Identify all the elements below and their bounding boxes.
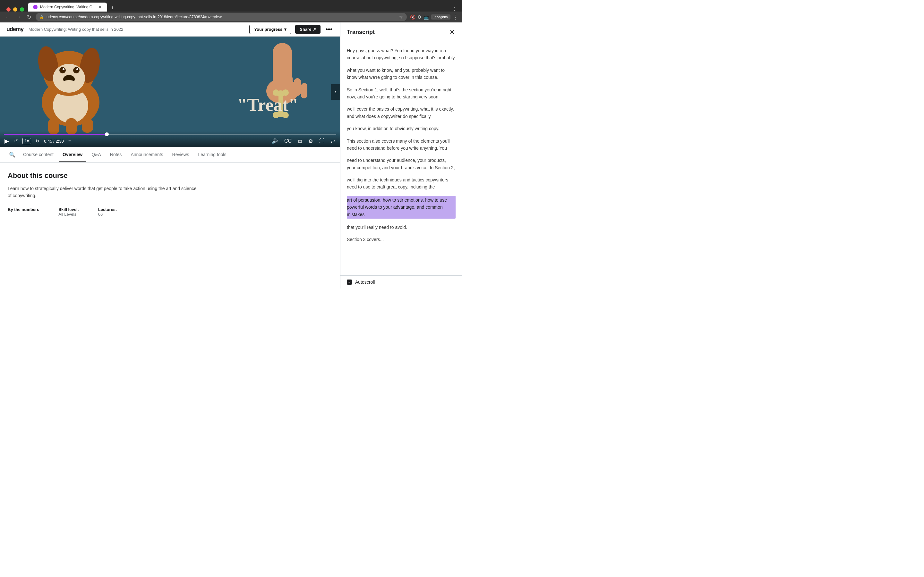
transcript-paragraph-6[interactable]: need to understand your audience, your p… — [347, 157, 456, 171]
transcript-close-button[interactable]: ✕ — [449, 27, 456, 37]
back-button[interactable]: ← — [4, 13, 11, 21]
forward-button[interactable]: ↻ — [35, 138, 40, 144]
transcript-paragraph-10[interactable]: Section 3 covers... — [347, 236, 456, 243]
about-title: About this course — [8, 171, 333, 180]
transcript-paragraph-1[interactable]: what you want to know, and you probably … — [347, 67, 456, 81]
expand-icon[interactable]: ⇄ — [330, 137, 336, 145]
svg-rect-14 — [82, 118, 93, 133]
svg-point-7 — [73, 67, 79, 73]
tab-bar: Modern Copywriting: Writing C... ✕ + ⋮ — [0, 0, 462, 11]
transcript-paragraph-7[interactable]: we'll dig into the techniques and tactic… — [347, 176, 456, 191]
cast-icon[interactable]: 📺 — [423, 15, 429, 19]
captions-icon[interactable]: CC — [283, 137, 293, 145]
maximize-window-btn[interactable] — [20, 7, 24, 11]
stat-skill-level: Skill level: All Levels — [58, 207, 79, 217]
share-button[interactable]: Share ↗ — [295, 25, 320, 34]
browser-more-button[interactable]: ⋮ — [452, 13, 458, 21]
extensions-icon[interactable]: ⚙ — [417, 15, 422, 19]
tab-close-icon[interactable]: ✕ — [98, 5, 102, 10]
progress-dot — [105, 132, 109, 136]
stats-row: By the numbers Skill level: All Levels L… — [8, 207, 333, 217]
main-layout: udemy Modern Copywriting: Writing copy t… — [0, 23, 462, 288]
tab-learning-tools[interactable]: Learning tools — [194, 148, 230, 161]
chapter-menu-icon[interactable]: ≡ — [68, 138, 71, 144]
address-bar: ← → ↻ 🔒 udemy.com/course/modern-copywrit… — [0, 11, 462, 23]
udemy-actions: Your progress ▾ Share ↗ ••• — [249, 24, 334, 34]
skill-level-value: All Levels — [58, 212, 79, 217]
transcript-paragraph-2[interactable]: So in Section 1, well, that's the sectio… — [347, 86, 456, 101]
time-display: 0:45 / 2:30 — [44, 139, 63, 143]
transcript-panel: Transcript ✕ Hey guys, guess what? You f… — [340, 23, 462, 288]
browser-actions: 🔇 ⚙ 📺 Incognito ⋮ — [410, 13, 458, 21]
forward-button[interactable]: → — [15, 13, 23, 21]
svg-rect-18 — [294, 78, 301, 96]
tab-overview[interactable]: Overview — [59, 148, 86, 161]
tab-qa[interactable]: Q&A — [87, 148, 105, 161]
tab-reviews[interactable]: Reviews — [168, 148, 193, 161]
controls-row: ▶ ↺ 1x ↻ 0:45 / 2:30 ≡ 🔊 CC ▤ ⚙ ⛶ — [4, 137, 336, 145]
stat-by-numbers: By the numbers — [8, 207, 39, 217]
transcript-paragraph-5[interactable]: This section also covers many of the ele… — [347, 137, 456, 152]
transcript-paragraph-3[interactable]: we'll cover the basics of copywriting, w… — [347, 105, 456, 120]
dog-illustration — [19, 37, 128, 134]
progress-fill — [4, 134, 107, 135]
play-button[interactable]: ▶ — [4, 137, 10, 145]
volume-icon[interactable]: 🔊 — [270, 137, 279, 145]
svg-point-6 — [59, 67, 66, 73]
more-options-icon[interactable]: ••• — [325, 24, 334, 34]
tab-announcements[interactable]: Announcements — [127, 148, 167, 161]
new-tab-button[interactable]: + — [108, 5, 117, 11]
your-progress-button[interactable]: Your progress ▾ — [249, 25, 291, 34]
autoscroll-label: Autoscroll — [355, 279, 375, 285]
stat-lectures: Lectures: 66 — [98, 207, 117, 217]
traffic-lights — [3, 7, 28, 11]
total-time: 2:30 — [56, 139, 64, 143]
by-numbers-label: By the numbers — [8, 207, 39, 212]
transcript-paragraph-4[interactable]: you know, in addition to obviously writi… — [347, 125, 456, 132]
video-player: "Treat" ▶ ↺ 1x ↻ 0:45 / 2:30 — [0, 37, 340, 147]
no-audio-icon[interactable]: 🔇 — [410, 15, 415, 19]
video-controls: ▶ ↺ 1x ↻ 0:45 / 2:30 ≡ 🔊 CC ▤ ⚙ ⛶ — [0, 131, 340, 147]
speed-button[interactable]: 1x — [23, 138, 31, 144]
transcript-title: Transcript — [347, 29, 375, 35]
transcript-paragraph-9[interactable]: that you'll really need to avoid. — [347, 224, 456, 231]
subtitles-icon[interactable]: ▤ — [297, 138, 303, 144]
close-window-btn[interactable] — [6, 7, 11, 11]
browser-menu-icon[interactable]: ⋮ — [450, 6, 459, 11]
transcript-body[interactable]: Hey guys, guess what? You found your way… — [341, 42, 462, 276]
fullscreen-icon[interactable]: ⛶ — [318, 137, 326, 145]
sidebar-toggle-button[interactable]: › — [331, 84, 340, 100]
progress-chevron-icon: ▾ — [284, 27, 286, 32]
tab-favicon-icon — [33, 5, 37, 9]
active-tab[interactable]: Modern Copywriting: Writing C... ✕ — [28, 3, 107, 11]
incognito-button[interactable]: Incognito — [431, 15, 451, 19]
time-separator: / — [53, 139, 55, 143]
tab-notes[interactable]: Notes — [106, 148, 126, 161]
url-text: udemy.com/course/modern-copywriting-writ… — [47, 15, 396, 19]
left-panel: udemy Modern Copywriting: Writing copy t… — [0, 23, 340, 288]
svg-point-9 — [76, 68, 78, 70]
tab-course-content[interactable]: Course content — [19, 148, 57, 161]
content-area: About this course Learn how to strategic… — [0, 163, 340, 288]
transcript-paragraph-0[interactable]: Hey guys, guess what? You found your way… — [347, 47, 456, 61]
lectures-value: 66 — [98, 212, 117, 217]
settings-icon[interactable]: ⚙ — [307, 137, 314, 145]
autoscroll-row: Autoscroll — [341, 276, 462, 288]
skill-level-label: Skill level: — [58, 207, 79, 212]
transcript-paragraph-8[interactable]: art of persuasion, how to stir emotions,… — [347, 196, 456, 219]
replay-button[interactable]: ↺ — [13, 138, 19, 144]
video-progress-bar[interactable] — [4, 134, 336, 135]
udemy-header: udemy Modern Copywriting: Writing copy t… — [0, 23, 340, 37]
reload-button[interactable]: ↻ — [26, 13, 32, 21]
search-tab-icon[interactable]: 🔍 — [6, 148, 18, 161]
minimize-window-btn[interactable] — [13, 7, 17, 11]
svg-point-11 — [61, 80, 77, 88]
lectures-label: Lectures: — [98, 207, 117, 212]
treat-text-overlay: "Treat" — [237, 95, 298, 115]
bookmark-icon[interactable]: ☆ — [399, 15, 403, 19]
autoscroll-checkbox[interactable] — [347, 279, 352, 285]
url-bar[interactable]: 🔒 udemy.com/course/modern-copywriting-wr… — [36, 13, 407, 21]
current-time: 0:45 — [44, 139, 52, 143]
transcript-header: Transcript ✕ — [341, 23, 462, 42]
tab-title-text: Modern Copywriting: Writing C... — [40, 5, 95, 9]
